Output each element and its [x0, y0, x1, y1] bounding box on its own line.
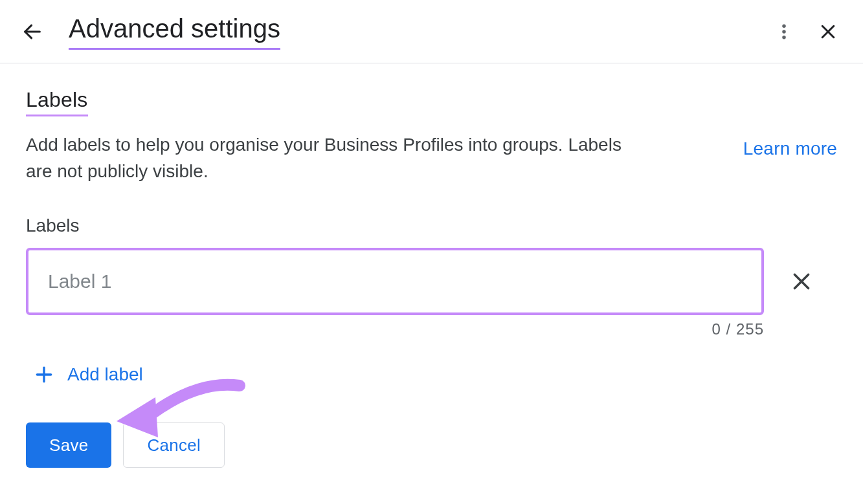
- kebab-menu-icon: [774, 22, 794, 41]
- plus-icon: [34, 364, 54, 385]
- action-buttons: Save Cancel: [26, 422, 837, 468]
- labels-heading: Labels: [26, 88, 88, 116]
- content-area: Labels Add labels to help you organise y…: [0, 63, 863, 494]
- add-label-button[interactable]: Add label: [26, 359, 151, 390]
- svg-point-3: [782, 36, 786, 39]
- header: Advanced settings: [0, 0, 863, 63]
- remove-label-button[interactable]: [787, 267, 816, 296]
- close-icon: [818, 22, 838, 41]
- labels-field-label: Labels: [26, 215, 837, 236]
- labels-description: Add labels to help you organise your Bus…: [26, 132, 628, 184]
- label-input-row: [26, 248, 837, 315]
- cancel-button[interactable]: Cancel: [123, 422, 225, 468]
- description-row: Add labels to help you organise your Bus…: [26, 132, 837, 184]
- arrow-left-icon: [21, 21, 43, 43]
- label-input-1[interactable]: [26, 248, 764, 315]
- char-counter: 0 / 255: [26, 320, 764, 338]
- close-button[interactable]: [813, 16, 844, 47]
- more-options-button[interactable]: [768, 16, 800, 47]
- learn-more-link[interactable]: Learn more: [743, 138, 837, 159]
- svg-point-2: [782, 30, 786, 34]
- save-button[interactable]: Save: [26, 422, 111, 468]
- add-label-text: Add label: [67, 364, 143, 385]
- page-title: Advanced settings: [69, 13, 280, 50]
- back-button[interactable]: [18, 17, 47, 46]
- close-icon: [790, 270, 813, 293]
- svg-point-1: [782, 24, 786, 28]
